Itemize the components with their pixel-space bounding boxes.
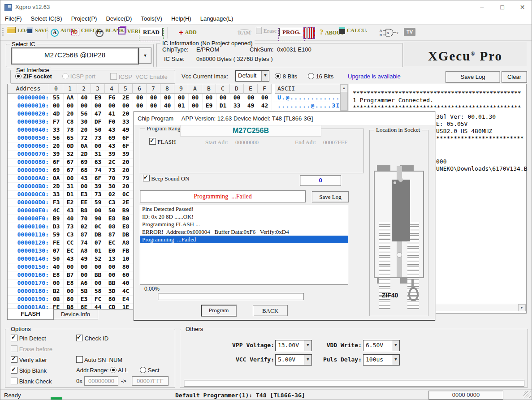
hex-byte[interactable]: 50 [105,206,119,215]
hex-byte[interactable]: 00 [91,263,105,271]
hex-byte[interactable]: F0 [105,118,119,126]
ic-dropdown-button[interactable]: ▼ [139,47,151,64]
hex-byte[interactable]: 1E [119,303,133,310]
resize-grip[interactable] [523,391,531,398]
vpp-voltage-combo[interactable]: 13.00V▼ [275,340,312,351]
hex-byte[interactable]: F7 [49,118,64,126]
hex-byte[interactable]: 56 [77,110,91,118]
hex-byte[interactable]: 73 [63,223,78,231]
dialog-title-bar[interactable]: Chip Program APP Version: 12.63 Device M… [134,112,435,125]
hex-byte[interactable]: 13 [105,255,119,263]
calcu-button[interactable]: CALCU. [339,27,367,39]
hex-byte[interactable]: 31 [63,182,78,190]
hex-byte[interactable]: 20 [49,142,64,150]
hex-byte[interactable]: 07 [49,247,64,255]
hex-byte[interactable]: 4C [49,206,64,215]
hex-byte[interactable]: DB [119,231,133,239]
hex-byte[interactable]: 2E [119,94,133,102]
hex-byte[interactable]: 69 [77,158,91,166]
hex-byte[interactable]: 56 [49,134,64,142]
hex-byte[interactable]: 30 [77,118,91,126]
addr-all-radio[interactable]: ALL [110,367,128,374]
hex-byte[interactable]: 40 [160,102,175,110]
hex-byte[interactable]: 00 [174,94,189,102]
hex-byte[interactable]: B9 [49,215,64,223]
hex-byte[interactable]: 65 [63,134,78,142]
hex-byte[interactable]: E3 [77,190,91,198]
beep-checkbox[interactable]: Beep Sound ON [143,175,189,182]
clear-button[interactable]: Clear [502,71,527,83]
hex-byte[interactable]: 00 [49,102,64,110]
hex-byte[interactable]: 6F [91,174,105,182]
hex-byte[interactable]: 00 [77,182,91,190]
minimize-button[interactable]: – [472,0,492,14]
dialog-save-log-button[interactable]: Save Log [312,191,349,202]
hex-byte[interactable]: F6 [105,94,119,102]
hex-byte[interactable]: 73 [105,166,119,174]
hex-byte[interactable]: 30 [105,182,119,190]
hex-byte[interactable]: 43 [77,174,91,182]
hex-byte[interactable]: 49 [119,126,133,134]
menu-item-projectp[interactable]: Project(P) [67,14,102,24]
hex-byte[interactable]: 20 [119,110,133,118]
hex-byte[interactable]: 00 [63,263,78,271]
save-log-button[interactable]: Save Log [445,71,500,83]
hex-byte[interactable]: 50 [49,255,64,263]
hex-byte[interactable]: 00 [105,263,119,271]
hex-byte[interactable]: 87 [77,231,91,239]
hex-byte[interactable]: 8E [77,303,91,310]
save-button[interactable]: SAVE [27,27,48,39]
upgrade-link[interactable]: Upgrade is available [348,73,401,80]
hex-byte[interactable]: 70 [105,174,119,182]
hex-byte[interactable]: E8 [49,271,64,279]
dialog-log-item[interactable]: ERROR! Address:0x000004 Buffer Data:0xF6… [140,228,348,236]
hex-byte[interactable]: 00 [188,102,203,110]
addr-sect-radio[interactable]: Sect [140,367,160,374]
hex-byte[interactable]: 39 [49,150,64,158]
hex-byte[interactable]: 31 [91,150,105,158]
hex-byte[interactable]: 50 [91,126,105,134]
blank-check-checkbox[interactable]: Blank Check [11,378,52,385]
hex-byte[interactable]: C3 [105,198,119,206]
hex-byte[interactable]: 00 [77,102,91,110]
chip-icon-button[interactable] [303,27,315,39]
hex-byte[interactable]: 40 [77,94,91,102]
hex-byte[interactable]: A6 [77,279,91,287]
scroll-right-icon[interactable]: ▸ [518,304,526,311]
hex-byte[interactable]: 00 [147,102,161,110]
puls-delay-combo[interactable]: 100us▼ [363,354,400,366]
hex-byte[interactable]: 00 [258,94,272,102]
hex-byte[interactable]: E3 [77,295,91,303]
hex-byte[interactable]: 00 [77,263,91,271]
hex-byte[interactable]: BB [105,279,119,287]
hex-byte[interactable]: 80 [105,295,119,303]
hex-byte[interactable]: 78 [63,126,78,134]
hex-byte[interactable]: EC [63,247,78,255]
hex-byte[interactable]: 79 [119,174,133,182]
hex-byte[interactable]: 40 [49,263,64,271]
bits16-radio[interactable]: 16 Bits [308,73,333,80]
hex-byte[interactable]: 90 [91,215,105,223]
hex-byte[interactable]: A8 [77,247,91,255]
hex-byte[interactable]: 80 [119,263,133,271]
scroll-thumb[interactable] [340,92,348,111]
vdd-write-combo[interactable]: 6.50V▼ [363,340,400,351]
prog-button[interactable]: PROG. [278,28,305,41]
dialog-log-item[interactable]: Programming FLASH ... [140,220,348,228]
hex-byte[interactable]: 68 [77,166,91,174]
hex-byte[interactable]: E8 [119,223,133,231]
hex-byte[interactable]: 33 [49,190,64,198]
hex-byte[interactable]: 00 [160,94,175,102]
hex-byte[interactable]: 00 [133,102,147,110]
hex-byte[interactable]: CD [105,303,119,310]
tab-device-info[interactable]: Device.Info [53,309,98,319]
dialog-log-item[interactable]: ID: 0x 20 8D ......OK! [140,213,348,220]
hex-byte[interactable]: 20 [119,182,133,190]
read-button[interactable]: READ [139,28,164,41]
tab-flash[interactable]: FLASH [7,309,54,320]
hex-byte[interactable]: C3 [63,231,78,239]
hex-byte[interactable]: 5B [77,287,91,295]
hex-byte[interactable]: B8 [63,303,78,310]
hex-byte[interactable]: CC [63,239,78,247]
hex-byte[interactable]: DF [91,118,105,126]
